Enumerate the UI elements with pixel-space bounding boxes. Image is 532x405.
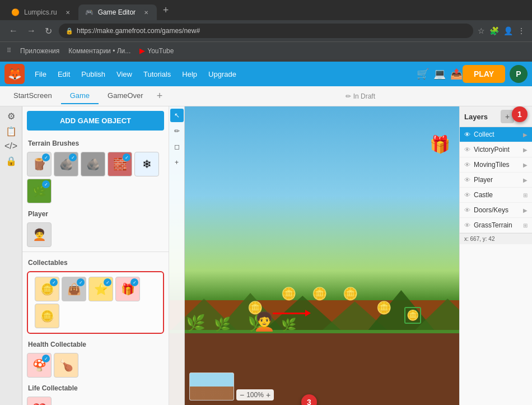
- player-character-item[interactable]: 🧑‍🦱: [27, 222, 52, 247]
- code-sidebar-icon[interactable]: </>: [4, 141, 17, 151]
- tab-label-game-editor: Game Editor: [98, 8, 136, 16]
- menu-help[interactable]: Help: [176, 67, 203, 82]
- add-game-object-button[interactable]: ADD GAME OBJECT: [27, 111, 164, 131]
- collectable-coin2[interactable]: 🪙: [35, 304, 59, 328]
- terrain-item-brick[interactable]: 🧱✓: [108, 152, 132, 176]
- collectable-gift[interactable]: 🎁✓: [115, 277, 140, 301]
- profile-icon[interactable]: 👤: [503, 26, 513, 35]
- player-section-title: Player: [22, 206, 169, 220]
- left-sidebar: ADD GAME OBJECT Terrain Brushes 🪵✓ 🪨✓ 🪨 …: [22, 106, 169, 405]
- upload-icon[interactable]: 📤: [450, 68, 463, 80]
- collectables-section-title: Collectables: [22, 254, 169, 269]
- pencil-tool[interactable]: ✏: [170, 124, 184, 138]
- coll-badge-1: ✓: [50, 278, 58, 286]
- layer-name-collect: Collect: [474, 131, 520, 138]
- browser-actions: ☆ 🧩 👤 ⋮: [478, 26, 525, 35]
- extension-icon[interactable]: 🧩: [489, 26, 499, 35]
- layer-doors[interactable]: 👁 Doors/Keys ▶: [460, 203, 532, 218]
- coin-2: 🪙: [281, 287, 296, 301]
- reload-button[interactable]: ↻: [43, 24, 54, 39]
- terrain-item-snow[interactable]: ❄: [134, 152, 159, 176]
- collectable-bag[interactable]: 👜✓: [62, 277, 86, 301]
- zoom-out-button[interactable]: −: [240, 390, 244, 399]
- collectable-coin[interactable]: 🪙✓: [35, 277, 59, 301]
- right-panel: 1 Layers + 🗑 👁 Collect ▶ 2 👁 VictoryPoin…: [459, 106, 532, 405]
- layer-collect[interactable]: 👁 Collect ▶ 2: [460, 127, 532, 142]
- layer-eye-doors: 👁: [464, 207, 470, 213]
- bookmark-youtube[interactable]: ▶ YouTube: [139, 46, 174, 55]
- menu-edit[interactable]: Edit: [52, 67, 76, 82]
- cart-icon[interactable]: 🛒: [417, 68, 429, 80]
- omnibar: ← → ↻ 🔒 https://make.gamefroot.com/games…: [0, 20, 532, 41]
- layer-name-grass: GrassTerrain: [474, 221, 520, 229]
- bookmark-icon[interactable]: ☆: [478, 26, 485, 35]
- layer-arrow-player: ▶: [523, 177, 528, 183]
- play-button[interactable]: PLAY: [463, 65, 505, 83]
- icon-sidebar: ⚙ 📋 </> 🔒: [0, 106, 22, 405]
- eraser-tool[interactable]: ◻: [170, 140, 184, 153]
- layer-eye-victory: 👁: [464, 146, 470, 153]
- terrain-item-dirt[interactable]: 🪨✓: [54, 152, 78, 176]
- terrain-item-stone[interactable]: 🪨: [81, 152, 105, 176]
- plus-tool[interactable]: +: [170, 156, 184, 169]
- settings-icon[interactable]: ⚙: [7, 111, 15, 122]
- layer-name-castle: Castle: [474, 191, 520, 199]
- layer-arrow-victory: ▶: [523, 147, 528, 153]
- layers-icon[interactable]: 📋: [6, 126, 17, 137]
- code-icon[interactable]: 💻: [433, 68, 446, 80]
- life-items: ❤️: [22, 394, 169, 405]
- tab-add-button[interactable]: +: [159, 3, 172, 17]
- collectable-star[interactable]: ⭐✓: [88, 277, 113, 301]
- menu-icon[interactable]: ⋮: [517, 26, 525, 35]
- menu-tutorials[interactable]: Tutorials: [138, 67, 176, 82]
- annotation-1: 1: [512, 106, 528, 122]
- coin-4: 🪙: [343, 287, 358, 301]
- app-menubar: 🦊 File Edit Publish View Tutorials Help …: [0, 62, 532, 86]
- tutorial-arrow: [273, 313, 306, 314]
- main-area: ⚙ 📋 </> 🔒 ADD GAME OBJECT Terrain Brushe…: [0, 106, 532, 405]
- tab-game-editor[interactable]: 🎮 Game Editor ✕: [78, 4, 157, 20]
- address-text: https://make.gamefroot.com/games/new#: [77, 27, 200, 35]
- layer-arrow-moving: ▶: [523, 162, 528, 168]
- layer-player[interactable]: 👁 Player ▶: [460, 173, 532, 188]
- gift-item: 🎁: [430, 134, 450, 154]
- menu-view[interactable]: View: [111, 67, 138, 82]
- select-tool[interactable]: ↖: [170, 109, 184, 122]
- publish-sidebar-icon[interactable]: 🔒: [6, 156, 17, 166]
- back-button[interactable]: ←: [7, 24, 20, 38]
- address-bar[interactable]: 🔒 https://make.gamefroot.com/games/new#: [59, 24, 473, 38]
- terrain-item-grass[interactable]: 🌿✓: [27, 179, 52, 203]
- zoom-in-button[interactable]: +: [266, 390, 270, 399]
- canvas-area[interactable]: 🌿 🌿 🌿 🌿 🪙 🪙 🪙 🪙 🪙 🪙 🧑‍🦱 🎁 ↖ ✏: [169, 106, 459, 405]
- layer-eye-collect: 👁: [464, 131, 470, 138]
- tab-close-game-editor[interactable]: ✕: [142, 8, 150, 16]
- bookmark-comments[interactable]: Комментарии • Ли...: [68, 47, 130, 55]
- tab-lumpics[interactable]: 🟠 Lumpics.ru ✕: [4, 4, 78, 20]
- terrain-items: 🪵✓ 🪨✓ 🪨 🧱✓ ❄ 🌿✓: [22, 150, 169, 206]
- tab-startscreen[interactable]: StartScreen: [4, 88, 61, 104]
- user-avatar[interactable]: P: [510, 65, 528, 83]
- tab-close-lumpics[interactable]: ✕: [64, 8, 72, 16]
- health-drumstick[interactable]: 🍗: [54, 353, 78, 378]
- zoom-level: 100%: [246, 391, 264, 399]
- terrain-item-wood[interactable]: 🪵✓: [27, 152, 52, 176]
- add-tab-button[interactable]: +: [152, 90, 167, 102]
- forward-button[interactable]: →: [25, 24, 38, 38]
- app-logo: 🦊: [4, 64, 25, 84]
- bookmark-apps[interactable]: Приложения: [20, 47, 59, 55]
- layer-grassterrain[interactable]: 👁 GrassTerrain ⊞: [460, 218, 532, 233]
- menu-publish[interactable]: Publish: [76, 67, 111, 82]
- tab-game[interactable]: Game: [61, 88, 99, 104]
- menu-upgrade[interactable]: Upgrade: [203, 67, 242, 82]
- health-mushroom[interactable]: 🍄✓: [27, 353, 52, 378]
- life-heart[interactable]: ❤️: [27, 397, 52, 405]
- layer-name-player: Player: [474, 176, 520, 184]
- layer-victorypoint[interactable]: 👁 VictoryPoint ▶: [460, 142, 532, 157]
- layer-movingtiles[interactable]: 👁 MovingTiles ▶: [460, 157, 532, 173]
- coin-3: 🪙: [312, 287, 327, 301]
- coll-badge-4: ✓: [130, 278, 138, 286]
- menu-file[interactable]: File: [29, 67, 52, 82]
- tab-gameover[interactable]: GameOver: [99, 88, 152, 104]
- layer-castle[interactable]: 👁 Castle ⊞: [460, 188, 532, 203]
- bookmarks-bar: ⠿ Приложения Комментарии • Ли... ▶ YouTu…: [0, 41, 532, 59]
